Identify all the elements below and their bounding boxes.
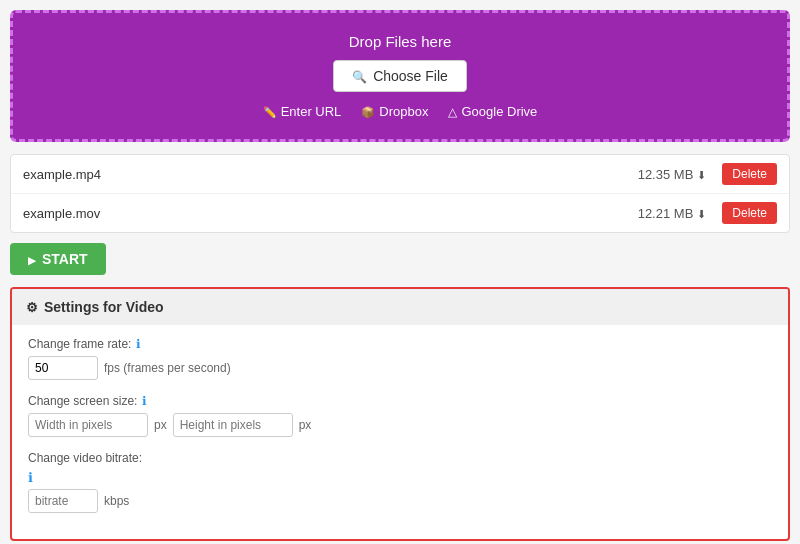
- frame-rate-row: Change frame rate: ℹ fps (frames per sec…: [28, 337, 772, 380]
- dropbox-label: Dropbox: [379, 104, 428, 119]
- chevron-icon: [28, 251, 36, 267]
- file-size: 12.21 MB: [638, 206, 707, 221]
- choose-file-label: Choose File: [373, 68, 448, 84]
- search-icon: [352, 68, 367, 84]
- settings-video-body: Change frame rate: ℹ fps (frames per sec…: [12, 325, 788, 539]
- enter-url-label: Enter URL: [281, 104, 342, 119]
- bitrate-input[interactable]: [28, 489, 98, 513]
- file-size-value: 12.35 MB: [638, 167, 694, 182]
- delete-button-1[interactable]: Delete: [722, 202, 777, 224]
- delete-button-0[interactable]: Delete: [722, 163, 777, 185]
- table-row: example.mp4 12.35 MB Delete: [11, 155, 789, 194]
- bitrate-label: Change video bitrate:: [28, 451, 772, 465]
- file-size: 12.35 MB: [638, 167, 707, 182]
- drop-zone-title: Drop Files here: [23, 33, 777, 50]
- frame-rate-input-group: fps (frames per second): [28, 356, 772, 380]
- google-drive-label: Google Drive: [461, 104, 537, 119]
- settings-video-panel: Settings for Video Change frame rate: ℹ …: [10, 287, 790, 541]
- screen-height-input[interactable]: [173, 413, 293, 437]
- google-drive-link[interactable]: Google Drive: [448, 104, 537, 119]
- dropbox-icon: [361, 104, 375, 119]
- screen-size-input-group: px px: [28, 413, 772, 437]
- choose-file-button[interactable]: Choose File: [333, 60, 467, 92]
- file-list: example.mp4 12.35 MB Delete example.mov …: [10, 154, 790, 233]
- screen-width-input[interactable]: [28, 413, 148, 437]
- link-icon: [263, 104, 277, 119]
- file-name: example.mov: [23, 206, 638, 221]
- bitrate-input-group: kbps: [28, 489, 772, 513]
- screen-size-row: Change screen size: ℹ px px: [28, 394, 772, 437]
- info-icon: ℹ: [136, 337, 141, 351]
- screen-size-label: Change screen size: ℹ: [28, 394, 772, 408]
- file-size-value: 12.21 MB: [638, 206, 694, 221]
- table-row: example.mov 12.21 MB Delete: [11, 194, 789, 232]
- frame-rate-unit: fps (frames per second): [104, 361, 231, 375]
- drive-icon: [448, 104, 457, 119]
- frame-rate-input[interactable]: [28, 356, 98, 380]
- drop-links: Enter URL Dropbox Google Drive: [23, 104, 777, 119]
- settings-video-header: Settings for Video: [12, 289, 788, 325]
- enter-url-link[interactable]: Enter URL: [263, 104, 342, 119]
- height-unit: px: [299, 418, 312, 432]
- dropbox-link[interactable]: Dropbox: [361, 104, 428, 119]
- bitrate-unit: kbps: [104, 494, 129, 508]
- file-name: example.mp4: [23, 167, 638, 182]
- frame-rate-label: Change frame rate: ℹ: [28, 337, 772, 351]
- download-icon: [697, 167, 706, 182]
- info-icon: ℹ: [142, 394, 147, 408]
- width-unit: px: [154, 418, 167, 432]
- start-label: START: [42, 251, 88, 267]
- download-icon: [697, 206, 706, 221]
- settings-video-title: Settings for Video: [44, 299, 164, 315]
- bitrate-row: Change video bitrate: ℹ kbps: [28, 451, 772, 513]
- info-icon: ℹ: [28, 470, 33, 485]
- drop-zone[interactable]: Drop Files here Choose File Enter URL Dr…: [10, 10, 790, 142]
- gear-icon: [26, 299, 38, 315]
- start-button-top[interactable]: START: [10, 243, 106, 275]
